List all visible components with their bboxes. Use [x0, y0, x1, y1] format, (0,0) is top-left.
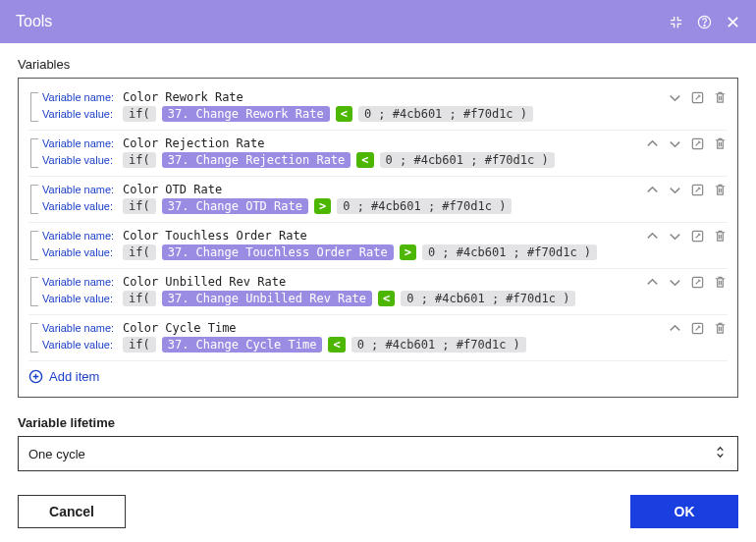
edit-icon[interactable] — [690, 229, 705, 244]
variable-name-value: Color Rework Rate — [123, 90, 243, 104]
if-chip: if( — [123, 337, 156, 352]
dialog-footer: Cancel OK — [18, 495, 738, 528]
bracket-icon — [30, 92, 38, 122]
lifetime-value: One cycle — [28, 447, 85, 461]
delete-icon[interactable] — [713, 275, 728, 290]
reference-chip: 37. Change OTD Rate — [162, 198, 308, 214]
variable-name-value: Color Unbilled Rev Rate — [123, 275, 286, 289]
variable-name-value: Color Rejection Rate — [123, 136, 265, 150]
header-actions — [669, 15, 740, 29]
row-actions — [668, 321, 728, 336]
variable-name-key: Variable name: — [28, 184, 117, 195]
help-icon[interactable] — [697, 15, 712, 29]
dialog-title: Tools — [16, 13, 669, 30]
variable-row: Variable name:Color Unbilled Rev RateVar… — [28, 269, 728, 315]
move-down-icon[interactable] — [668, 183, 682, 197]
edit-icon[interactable] — [690, 275, 705, 290]
variable-name-value: Color Cycle Time — [123, 321, 237, 335]
if-chip: if( — [123, 291, 156, 306]
variables-section-label: Variables — [18, 57, 738, 72]
move-up-icon[interactable] — [645, 229, 660, 244]
move-up-icon[interactable] — [645, 136, 660, 151]
variable-name-key: Variable name: — [28, 322, 117, 334]
edit-icon[interactable] — [690, 321, 705, 336]
if-chip: if( — [123, 198, 156, 214]
edit-icon[interactable] — [690, 90, 705, 105]
minimize-icon[interactable] — [669, 15, 683, 29]
variable-value-key: Variable value: — [28, 246, 117, 258]
args-chip: 0 ; #4cb601 ; #f70d1c ) — [380, 152, 555, 168]
delete-icon[interactable] — [713, 183, 728, 197]
move-up-icon[interactable] — [645, 183, 660, 197]
svg-point-1 — [704, 25, 705, 26]
operator-chip: < — [378, 291, 395, 306]
bracket-icon — [30, 323, 38, 352]
variable-value-key: Variable value: — [28, 293, 117, 304]
variable-name-value: Color OTD Rate — [123, 183, 222, 196]
variables-list: Variable name:Color Rework RateVariable … — [18, 78, 738, 398]
reference-chip: 37. Change Rework Rate — [162, 106, 330, 122]
row-actions — [668, 90, 728, 105]
variable-name-key: Variable name: — [28, 91, 117, 103]
ok-button[interactable]: OK — [630, 495, 738, 528]
variable-value-key: Variable value: — [28, 108, 117, 120]
reference-chip: 37. Change Rejection Rate — [162, 152, 351, 168]
close-icon[interactable] — [726, 15, 740, 29]
move-down-icon[interactable] — [668, 275, 682, 290]
if-chip: if( — [123, 152, 156, 168]
operator-chip: > — [314, 198, 331, 214]
delete-icon[interactable] — [713, 90, 728, 105]
args-chip: 0 ; #4cb601 ; #f70d1c ) — [422, 244, 597, 260]
args-chip: 0 ; #4cb601 ; #f70d1c ) — [358, 106, 533, 122]
operator-chip: < — [336, 106, 352, 122]
edit-icon[interactable] — [690, 183, 705, 197]
add-item-label: Add item — [49, 369, 99, 384]
reference-chip: 37. Change Cycle Time — [162, 337, 323, 352]
lifetime-label: Variable lifetime — [18, 415, 738, 430]
move-up-icon[interactable] — [645, 275, 660, 290]
bracket-icon — [30, 138, 38, 168]
variable-row: Variable name:Color Rework RateVariable … — [28, 84, 728, 131]
bracket-icon — [30, 277, 38, 306]
operator-chip: < — [328, 337, 345, 352]
variable-name-key: Variable name: — [28, 276, 117, 288]
variable-row: Variable name:Color Rejection RateVariab… — [28, 131, 728, 177]
variable-row: Variable name:Color OTD RateVariable val… — [28, 177, 728, 223]
variable-row: Variable name:Color Cycle TimeVariable v… — [28, 315, 728, 361]
variable-value-key: Variable value: — [28, 154, 117, 166]
operator-chip: > — [400, 244, 416, 260]
move-down-icon[interactable] — [668, 90, 682, 105]
row-actions — [645, 183, 728, 197]
bracket-icon — [30, 231, 38, 260]
dialog-body: Variables Variable name:Color Rework Rat… — [0, 43, 756, 471]
cancel-button[interactable]: Cancel — [18, 495, 126, 528]
variable-name-key: Variable name: — [28, 137, 117, 149]
args-chip: 0 ; #4cb601 ; #f70d1c ) — [401, 291, 575, 306]
move-down-icon[interactable] — [668, 229, 682, 244]
variable-value-key: Variable value: — [28, 200, 117, 212]
delete-icon[interactable] — [713, 136, 728, 151]
variable-name-key: Variable name: — [28, 230, 117, 242]
add-item-button[interactable]: Add item — [28, 369, 99, 384]
row-actions — [645, 275, 728, 290]
args-chip: 0 ; #4cb601 ; #f70d1c ) — [337, 198, 512, 214]
args-chip: 0 ; #4cb601 ; #f70d1c ) — [351, 337, 526, 352]
variable-row: Variable name:Color Touchless Order Rate… — [28, 223, 728, 269]
edit-icon[interactable] — [690, 136, 705, 151]
delete-icon[interactable] — [713, 321, 728, 336]
variable-value-key: Variable value: — [28, 339, 117, 351]
operator-chip: < — [356, 152, 373, 168]
move-down-icon[interactable] — [668, 136, 682, 151]
row-actions — [645, 229, 728, 244]
select-arrows-icon — [713, 445, 728, 462]
bracket-icon — [30, 185, 38, 214]
dialog-header: Tools — [0, 0, 756, 43]
if-chip: if( — [123, 244, 156, 260]
lifetime-select[interactable]: One cycle — [18, 436, 738, 471]
variable-name-value: Color Touchless Order Rate — [123, 229, 307, 243]
reference-chip: 37. Change Unbilled Rev Rate — [162, 291, 372, 306]
delete-icon[interactable] — [713, 229, 728, 244]
move-up-icon[interactable] — [668, 321, 682, 336]
reference-chip: 37. Change Touchless Order Rate — [162, 244, 394, 260]
if-chip: if( — [123, 106, 156, 122]
